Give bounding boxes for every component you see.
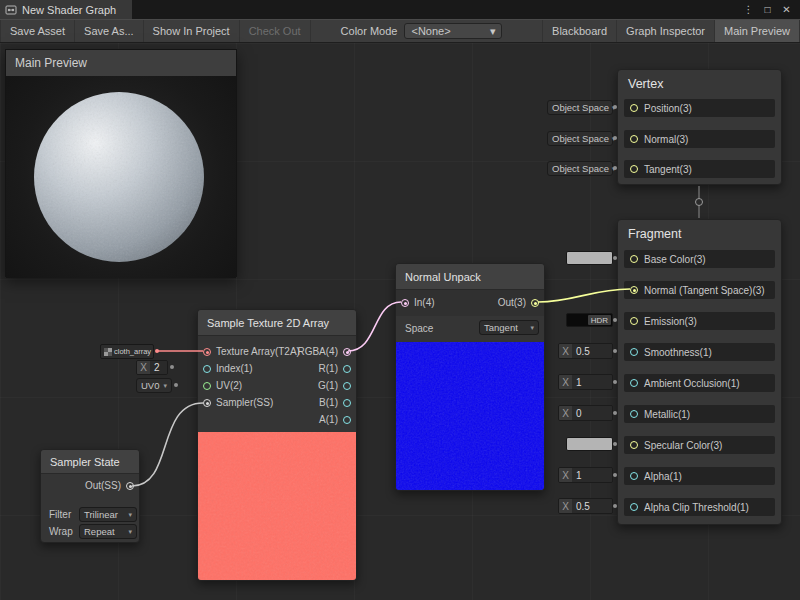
base-color-swatch[interactable] — [566, 251, 613, 265]
port-out[interactable] — [531, 299, 539, 307]
connector-stub — [174, 383, 178, 387]
object-picker-icon[interactable] — [153, 348, 154, 356]
port-specular-color[interactable] — [630, 441, 638, 449]
row-out-ss: Out(SS) — [41, 478, 139, 495]
port-tangent[interactable] — [630, 165, 638, 173]
window-title: New Shader Graph — [22, 4, 116, 16]
menu-icon[interactable]: ⋮ — [740, 1, 757, 18]
color-mode-dropdown[interactable]: <None> ▾ — [404, 23, 502, 39]
port-alpha-clip-threshold[interactable] — [630, 503, 638, 511]
position-space-dropdown[interactable]: Object Space ▾ — [547, 100, 613, 115]
shader-graph-icon — [5, 4, 17, 16]
normal-space-dropdown[interactable]: Object Space ▾ — [547, 131, 613, 146]
connector-stub — [613, 105, 617, 109]
port-uv-in[interactable] — [203, 382, 211, 390]
port-normal-tangent-space[interactable] — [630, 286, 638, 294]
ambient-occlusion-field[interactable]: X 1 — [558, 374, 613, 390]
edge-samplerstate-to-sampler[interactable] — [132, 403, 203, 486]
port-alpha[interactable] — [630, 472, 638, 480]
port-metallic[interactable] — [630, 410, 638, 418]
color-mode-label: Color Mode — [311, 20, 405, 42]
smoothness-field[interactable]: X 0.5 — [558, 343, 613, 359]
sample-texture-2d-array-node[interactable]: Sample Texture 2D Array Texture Array(T2… — [197, 309, 357, 581]
float-value[interactable]: 2 — [150, 361, 167, 374]
port-label: Emission(3) — [644, 316, 697, 327]
axis-label: X — [559, 499, 572, 513]
float-value[interactable]: 1 — [572, 468, 612, 482]
port-normal[interactable] — [630, 135, 638, 143]
port-label: Specular Color(3) — [644, 440, 722, 451]
alpha-clip-threshold-field[interactable]: X 0.5 — [558, 498, 613, 514]
connector-stub — [613, 256, 617, 260]
main-preview-toggle-button[interactable]: Main Preview — [715, 20, 800, 42]
fragment-row-base-color[interactable]: Base Color(3) — [624, 250, 775, 268]
connector-stub — [613, 349, 617, 353]
normal-unpack-node[interactable]: Normal Unpack In(4) Out(3) Space Tangent… — [395, 263, 545, 491]
fragment-row-normal-ts[interactable]: Normal (Tangent Space)(3) — [624, 281, 775, 299]
float-value[interactable]: 1 — [572, 375, 612, 389]
main-preview-header[interactable]: Main Preview — [6, 50, 236, 76]
port-label: Alpha(1) — [644, 471, 682, 482]
color-mode-value: <None> — [411, 25, 450, 37]
port-in[interactable] — [401, 299, 409, 307]
alpha-field[interactable]: X 1 — [558, 467, 613, 483]
vertex-row-position[interactable]: Position(3) — [624, 99, 775, 117]
window-tab[interactable]: New Shader Graph — [0, 0, 132, 19]
blackboard-toggle-button[interactable]: Blackboard — [542, 20, 617, 42]
metallic-field[interactable]: X 0 — [558, 405, 613, 421]
cloth-array-object-field[interactable]: cloth_array — [100, 344, 154, 359]
port-smoothness[interactable] — [630, 348, 638, 356]
port-r-out[interactable] — [343, 365, 351, 373]
tangent-space-dropdown[interactable]: Object Space ▾ — [547, 161, 613, 176]
fragment-node[interactable]: Fragment Base Color(3) Normal (Tangent S… — [617, 219, 782, 525]
float-value[interactable]: 0 — [572, 406, 612, 420]
port-emission[interactable] — [630, 317, 638, 325]
chevron-down-icon: ▾ — [128, 511, 132, 519]
port-rgba-out[interactable] — [343, 348, 351, 356]
port-texture-array-in[interactable] — [203, 348, 211, 356]
port-label: A(1) — [319, 414, 338, 425]
uv-channel-dropdown[interactable]: UV0 ▾ — [136, 378, 172, 393]
float-value[interactable]: 0.5 — [572, 499, 612, 513]
fragment-row-ambient-occlusion[interactable]: Ambient Occlusion(1) — [624, 374, 775, 392]
port-label: Out(SS) — [85, 480, 121, 491]
axis-label: X — [559, 406, 572, 420]
close-icon[interactable]: ✕ — [778, 1, 795, 18]
connector-stub — [170, 365, 174, 369]
save-asset-button[interactable]: Save Asset — [0, 20, 75, 42]
index-field[interactable]: X 2 — [136, 360, 168, 375]
port-sampler-in[interactable] — [203, 399, 211, 407]
sampler-state-node[interactable]: Sampler State Out(SS) Filter Trilinear ▾… — [40, 449, 140, 543]
maximize-icon[interactable]: □ — [759, 1, 776, 18]
toolbar: Save Asset Save As... Show In Project Ch… — [0, 19, 800, 43]
vertex-row-tangent[interactable]: Tangent(3) — [624, 160, 775, 178]
port-ambient-occlusion[interactable] — [630, 379, 638, 387]
float-value[interactable]: 0.5 — [572, 344, 612, 358]
connector-stub — [613, 136, 617, 140]
vertex-row-normal[interactable]: Normal(3) — [624, 130, 775, 148]
show-in-project-button[interactable]: Show In Project — [144, 20, 240, 42]
specular-color-swatch[interactable] — [566, 437, 613, 451]
port-base-color[interactable] — [630, 255, 638, 263]
port-index-in[interactable] — [203, 365, 211, 373]
fragment-row-metallic[interactable]: Metallic(1) — [624, 405, 775, 423]
fragment-row-specular-color[interactable]: Specular Color(3) — [624, 436, 775, 454]
fragment-row-emission[interactable]: Emission(3) — [624, 312, 775, 330]
wrap-dropdown[interactable]: Repeat ▾ — [79, 524, 137, 539]
filter-dropdown[interactable]: Trilinear ▾ — [79, 507, 137, 522]
graph-inspector-toggle-button[interactable]: Graph Inspector — [617, 20, 715, 42]
space-dropdown[interactable]: Tangent ▾ — [479, 320, 539, 335]
save-as-button[interactable]: Save As... — [75, 20, 144, 42]
stack-connector-dot — [696, 199, 703, 206]
emission-color-swatch[interactable]: HDR — [566, 313, 613, 327]
port-position[interactable] — [630, 104, 638, 112]
graph-canvas[interactable]: Main Preview — [0, 43, 800, 600]
port-a-out[interactable] — [343, 416, 351, 424]
port-b-out[interactable] — [343, 399, 351, 407]
fragment-row-smoothness[interactable]: Smoothness(1) — [624, 343, 775, 361]
port-out-ss[interactable] — [126, 482, 134, 490]
fragment-row-alpha[interactable]: Alpha(1) — [624, 467, 775, 485]
fragment-row-alpha-clip[interactable]: Alpha Clip Threshold(1) — [624, 498, 775, 516]
port-g-out[interactable] — [343, 382, 351, 390]
vertex-node[interactable]: Vertex Position(3) Normal(3) Tangent(3) — [617, 69, 782, 185]
